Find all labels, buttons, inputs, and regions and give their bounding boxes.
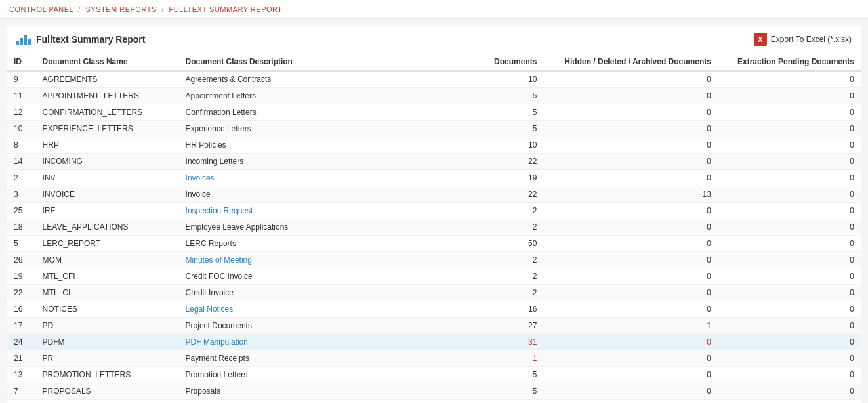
breadcrumb-sep-2: / [161,5,164,13]
cell-documents: 5 [479,121,543,137]
cell-doc-class-desc: Appointment Letters [179,88,480,104]
cell-doc-class-name: LEAVE_APPLICATIONS [36,219,179,236]
table-row: 2INVInvoices1900 [7,170,861,186]
table-row: 22MTL_CICredit Invoice200 [7,285,861,301]
cell-documents: 5 [479,383,543,400]
cell-hidden-deleted: 0 [543,121,718,137]
cell-doc-class-desc[interactable]: Legal Notices [179,301,480,318]
table-row: 24PDFMPDF Manipulation3100 [7,334,861,350]
cell-doc-class-desc[interactable]: Inspection Request [179,203,480,219]
cell-doc-class-desc: Experience Letters [179,121,480,137]
cell-extraction-pending: 0 [718,268,861,285]
cell-documents: 5 [479,104,543,121]
cell-doc-class-name: NOTICES [36,301,179,318]
cell-doc-class-desc[interactable]: Minutes of Meeting [179,252,480,268]
export-excel-button[interactable]: X Export To Excel (*.xlsx) [754,33,852,46]
cell-id: 25 [7,203,36,219]
cell-hidden-deleted: 0 [543,252,718,268]
cell-extraction-pending: 0 [718,318,861,334]
report-title-text: Fulltext Summary Report [36,34,145,45]
report-header: Fulltext Summary Report X Export To Exce… [7,26,861,53]
cell-doc-class-desc[interactable]: Invoices [179,170,480,186]
cell-hidden-deleted: 0 [543,104,718,121]
cell-hidden-deleted: 0 [543,71,718,88]
table-row: 18LEAVE_APPLICATIONSEmployee Leave Appli… [7,219,861,236]
col-header-id: ID [7,53,36,71]
cell-doc-class-desc[interactable]: PDF Manipulation [179,334,480,350]
table-body: 9AGREEMENTSAgreements & Contracts100011A… [7,71,861,403]
cell-documents: 2 [479,219,543,236]
cell-extraction-pending: 0 [718,203,861,219]
cell-documents: 31 [479,334,543,350]
cell-id: 3 [7,186,36,203]
cell-extraction-pending: 0 [718,236,861,252]
table-row: 9AGREEMENTSAgreements & Contracts1000 [7,71,861,88]
cell-doc-class-name: EXPERIENCE_LETTERS [36,121,179,137]
cell-doc-class-name: INVOICE [36,186,179,203]
table-row: 10EXPERIENCE_LETTERSExperience Letters50… [7,121,861,137]
cell-documents: 2 [479,285,543,301]
cell-doc-class-name: APPOINTMENT_LETTERS [36,88,179,104]
table-row: 11APPOINTMENT_LETTERSAppointment Letters… [7,88,861,104]
cell-extraction-pending: 0 [718,121,861,137]
col-header-name: Document Class Name [36,53,179,71]
excel-icon: X [754,33,767,46]
cell-doc-class-desc: Confirmation Letters [179,104,480,121]
col-header-docs: Documents [479,53,543,71]
breadcrumb-fulltext: FULLTEXT SUMMARY REPORT [169,5,282,13]
breadcrumb-control-panel[interactable]: CONTROL PANEL [9,5,73,13]
cell-documents: 22 [479,154,543,170]
cell-documents: 5 [479,88,543,104]
cell-documents: 10 [479,71,543,88]
cell-doc-class-desc: Project Documents [179,318,480,334]
table-row: 26MOMMinutes of Meeting200 [7,252,861,268]
cell-doc-class-desc: LERC Reports [179,236,480,252]
table-row: 7PROPOSALSProposals500 [7,383,861,400]
cell-documents: 27 [479,318,543,334]
table-row: 6PVPayment Vouchers2400 [7,400,861,404]
cell-id: 6 [7,400,36,404]
cell-extraction-pending: 0 [718,137,861,154]
cell-id: 14 [7,154,36,170]
cell-hidden-deleted: 0 [543,88,718,104]
cell-hidden-deleted: 0 [543,203,718,219]
cell-documents: 2 [479,203,543,219]
breadcrumb-system-reports[interactable]: SYSTEM REPORTS [85,5,156,13]
cell-extraction-pending: 0 [718,186,861,203]
cell-id: 24 [7,334,36,350]
cell-doc-class-name: MTL_CFI [36,268,179,285]
cell-id: 7 [7,383,36,400]
cell-hidden-deleted: 0 [543,400,718,404]
cell-extraction-pending: 0 [718,219,861,236]
cell-hidden-deleted: 0 [543,285,718,301]
table-row: 17PDProject Documents2710 [7,318,861,334]
cell-doc-class-name: PV [36,400,179,404]
cell-extraction-pending: 0 [718,367,861,383]
cell-id: 26 [7,252,36,268]
cell-hidden-deleted: 13 [543,186,718,203]
cell-doc-class-name: PDFM [36,334,179,350]
cell-documents: 2 [479,252,543,268]
cell-extraction-pending: 0 [718,71,861,88]
cell-doc-class-name: PROPOSALS [36,383,179,400]
cell-doc-class-desc: Employee Leave Applications [179,219,480,236]
cell-documents: 5 [479,367,543,383]
cell-doc-class-name: INCOMING [36,154,179,170]
cell-doc-class-name: PD [36,318,179,334]
cell-documents: 1 [479,350,543,367]
cell-id: 2 [7,170,36,186]
table-row: 8HRPHR Policies1000 [7,137,861,154]
report-title: Fulltext Summary Report [16,34,145,45]
cell-doc-class-desc: Payment Receipts [179,350,480,367]
cell-doc-class-desc: HR Policies [179,137,480,154]
cell-doc-class-desc: Agreements & Contracts [179,71,480,88]
cell-extraction-pending: 0 [718,334,861,350]
table-row: 25IREInspection Request200 [7,203,861,219]
cell-id: 19 [7,268,36,285]
cell-id: 8 [7,137,36,154]
cell-doc-class-name: INV [36,170,179,186]
cell-doc-class-name: CONFIRMATION_LETTERS [36,104,179,121]
cell-doc-class-desc: Payment Vouchers [179,400,480,404]
export-label: Export To Excel (*.xlsx) [771,35,852,44]
cell-extraction-pending: 0 [718,154,861,170]
